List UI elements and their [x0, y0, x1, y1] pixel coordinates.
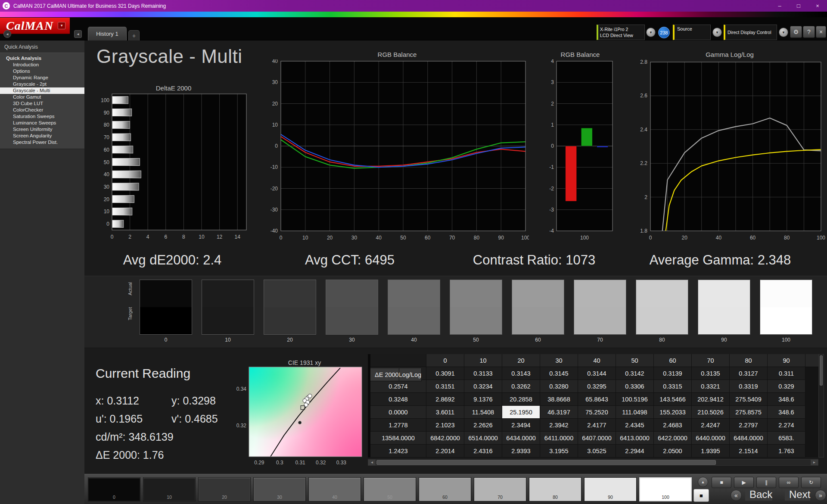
back-button[interactable]: Back	[745, 488, 772, 501]
close-button[interactable]: ×	[808, 0, 827, 12]
table-cell[interactable]: 2.4345	[616, 419, 654, 432]
table-cell[interactable]: 1.2778	[370, 419, 426, 432]
tree-item-3d-cube-lut[interactable]: 3D Cube LUT	[0, 100, 84, 107]
minimize-button[interactable]: –	[770, 0, 789, 12]
level-button-20[interactable]: 20	[198, 477, 251, 501]
tree-item-screen-uniformity[interactable]: Screen Uniformity	[0, 126, 84, 133]
transport-pause-button[interactable]: ∥	[756, 477, 776, 488]
workflow-close-button[interactable]: ×	[816, 26, 826, 38]
table-cell[interactable]: 0.3295	[578, 380, 616, 393]
table-cell[interactable]: 0.329	[768, 380, 805, 393]
table-cell[interactable]: 0.3319	[730, 380, 768, 393]
table-cell[interactable]: 20.2858	[502, 393, 540, 406]
table-cell[interactable]: 0.3262	[502, 380, 540, 393]
table-cell[interactable]: 2.2626	[464, 419, 502, 432]
back-chevron-button[interactable]: «	[731, 490, 742, 501]
source-dropdown-button[interactable]: ▼	[712, 28, 722, 37]
next-button[interactable]: Next	[785, 488, 810, 501]
table-cell[interactable]: 2.4683	[654, 419, 692, 432]
table-cell[interactable]: 65.8643	[578, 393, 616, 406]
scroll-track[interactable]	[376, 460, 811, 465]
scroll-left-button[interactable]: ◄	[368, 460, 376, 465]
table-cell[interactable]: 111.0498	[616, 406, 654, 419]
table-cell[interactable]: 6434.0000	[502, 432, 540, 445]
table-cell[interactable]: 0.3145	[540, 367, 578, 380]
table-cell[interactable]: 13584.0000	[370, 432, 426, 445]
table-cell[interactable]: 6411.0000	[540, 432, 578, 445]
table-cell[interactable]: 6514.0000	[464, 432, 502, 445]
level-button-30[interactable]: 30	[253, 477, 306, 501]
table-cell[interactable]: 0.3321	[692, 380, 730, 393]
level-button-50[interactable]: 50	[364, 477, 416, 501]
table-cell[interactable]: 155.2033	[654, 406, 692, 419]
table-cell[interactable]: 6440.0000	[692, 432, 730, 445]
table-cell[interactable]: 1.763	[768, 445, 805, 457]
table-cell-selected[interactable]: 25.1950	[502, 406, 540, 419]
table-cell[interactable]: 2.3942	[540, 419, 578, 432]
level-button-90[interactable]: 90	[584, 477, 637, 501]
table-cell[interactable]: 0.3139	[654, 367, 692, 380]
table-cell[interactable]: 46.3197	[540, 406, 578, 419]
tree-item-color-gamut[interactable]: Color Gamut	[0, 94, 84, 100]
settings-button[interactable]: ⚙	[790, 26, 802, 38]
table-cell[interactable]: 2.4247	[692, 419, 730, 432]
table-cell[interactable]: 0.3133	[464, 367, 502, 380]
table-cell[interactable]: 11.5408	[464, 406, 502, 419]
tree-item-luminance-sweeps[interactable]: Luminance Sweeps	[0, 120, 84, 126]
table-cell[interactable]: 210.5026	[692, 406, 730, 419]
tab-history-1[interactable]: History 1	[88, 27, 127, 40]
table-cell[interactable]: 6484.0000	[730, 432, 768, 445]
table-cell[interactable]: 2.274	[768, 419, 805, 432]
table-cell[interactable]: 6407.0000	[578, 432, 616, 445]
add-tab-button[interactable]: +	[128, 30, 140, 40]
table-cell[interactable]: 6422.0000	[654, 432, 692, 445]
table-cell[interactable]: 0.3127	[730, 367, 768, 380]
table-cell[interactable]: 38.8668	[540, 393, 578, 406]
table-cell[interactable]: 2.2944	[616, 445, 654, 457]
table-cell[interactable]: 0.3280	[540, 380, 578, 393]
table-cell[interactable]: 275.8575	[730, 406, 768, 419]
table-cell[interactable]: 0.3306	[616, 380, 654, 393]
tree-item-colorchecker[interactable]: ColorChecker	[0, 107, 84, 113]
help-button[interactable]: ?	[803, 26, 815, 38]
maximize-button[interactable]: □	[789, 0, 808, 12]
table-cell[interactable]: 75.2520	[578, 406, 616, 419]
table-cell[interactable]: 275.5409	[730, 393, 768, 406]
table-cell[interactable]: 2.2797	[730, 419, 768, 432]
table-cell[interactable]: 0.311	[768, 367, 805, 380]
level-button-80[interactable]: 80	[529, 477, 581, 501]
tree-item-grayscale-2pt[interactable]: Grayscale - 2pt	[0, 81, 84, 87]
scroll-right-button[interactable]: ►	[811, 460, 818, 465]
table-cell[interactable]: 3.6011	[426, 406, 464, 419]
table-cell[interactable]: 9.1376	[464, 393, 502, 406]
scroll-thumb[interactable]	[820, 355, 823, 386]
logo-dropdown-icon[interactable]: ▼	[58, 22, 65, 29]
table-cell[interactable]: 2.4177	[578, 419, 616, 432]
table-cell[interactable]: 6842.0000	[426, 432, 464, 445]
tree-item-screen-angularity[interactable]: Screen Angularity	[0, 133, 84, 139]
table-vertical-scrollbar[interactable]	[818, 354, 824, 457]
tree-item-introduction[interactable]: Introduction	[0, 62, 84, 68]
table-cell[interactable]: 0.3315	[654, 380, 692, 393]
table-cell[interactable]: 348.6	[768, 406, 805, 419]
table-cell[interactable]: 0.3248	[370, 393, 426, 406]
table-cell[interactable]: 202.9412	[692, 393, 730, 406]
next-chevron-button[interactable]: »	[815, 490, 826, 501]
display-control-selector[interactable]: Direct Display Control	[724, 25, 777, 40]
meter-dropdown-button[interactable]: ▼	[646, 28, 656, 37]
transport-play-button[interactable]: ▶	[734, 477, 754, 488]
table-cell[interactable]: 0.0000	[370, 406, 426, 419]
scroll-thumb[interactable]	[376, 460, 716, 465]
table-cell[interactable]: 100.5196	[616, 393, 654, 406]
level-button-0[interactable]: 0	[88, 477, 140, 501]
tree-item-quick-analysis[interactable]: Quick Analysis	[0, 55, 84, 62]
tree-item-dynamic-range[interactable]: Dynamic Range	[0, 75, 84, 81]
table-cell[interactable]: 0.3234	[464, 380, 502, 393]
stop-measure-button[interactable]: ■	[693, 489, 709, 502]
table-cell[interactable]: 2.0500	[654, 445, 692, 457]
tree-item-options[interactable]: Options	[0, 68, 84, 75]
table-cell[interactable]: 2.1514	[730, 445, 768, 457]
source-selector[interactable]: Source	[673, 25, 711, 40]
transport-refresh-button[interactable]: ↻	[801, 477, 821, 488]
panel-back-button[interactable]: ◄	[3, 30, 11, 38]
